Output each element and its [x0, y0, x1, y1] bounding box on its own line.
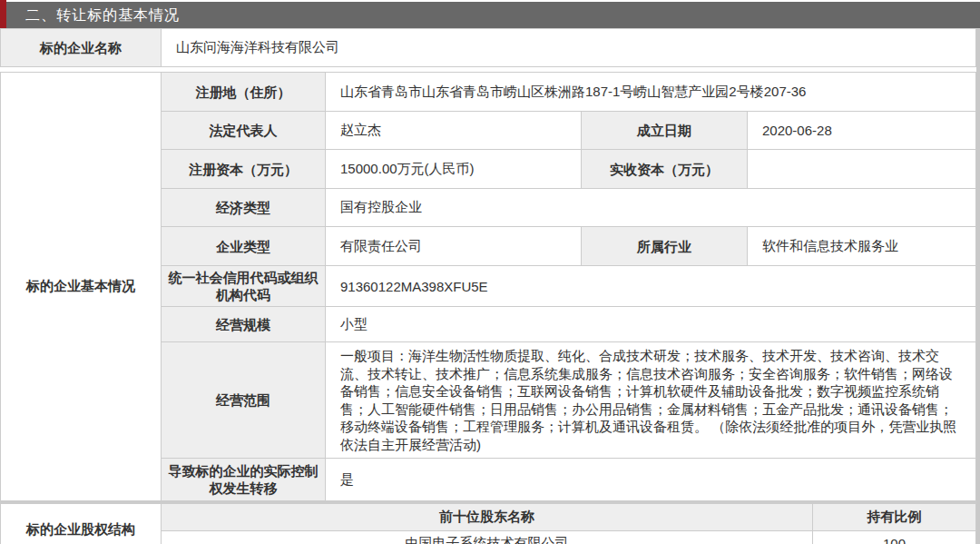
- field-value-credit-code: 91360122MA398XFU5E: [326, 266, 975, 306]
- field-label-business-scope: 经营范围: [162, 342, 326, 458]
- equity-rows: 前十位股东名称 持有比例 中国电子系统技术有限公司 100: [162, 504, 975, 544]
- field-value-paid-capital: [748, 150, 975, 188]
- shareholder-ratio: 100: [813, 531, 975, 544]
- table-row: 企业类型 有限责任公司 所属行业 软件和信息技术服务业: [162, 227, 975, 266]
- field-value-business-scope: 一般项目：海洋生物活性物质提取、纯化、合成技术研发；技术服务、技术开发、技术咨询…: [326, 342, 975, 458]
- table-row: 注册资本（万元） 15000.00万元(人民币) 实收资本（万元）: [162, 150, 975, 189]
- equity-data-row: 中国电子系统技术有限公司 100: [162, 531, 975, 544]
- field-value-industry: 软件和信息技术服务业: [748, 227, 975, 265]
- field-label-enterprise-type: 企业类型: [162, 227, 326, 265]
- field-value-establish-date: 2020-06-28: [748, 112, 975, 149]
- field-value-reg-capital: 15000.00万元(人民币): [326, 150, 582, 188]
- column-header-shareholder: 前十位股东名称: [162, 504, 813, 530]
- field-label-establish-date: 成立日期: [582, 112, 748, 149]
- table-row: 经营范围 一般项目：海洋生物活性物质提取、纯化、合成技术研发；技术服务、技术开发…: [162, 342, 975, 459]
- field-label-economic-type: 经济类型: [162, 189, 326, 226]
- table-row: 经济类型 国有控股企业: [162, 189, 975, 227]
- section-header-accent: [0, 0, 6, 28]
- field-label-reg-capital: 注册资本（万元）: [162, 150, 326, 188]
- field-value-address: 山东省青岛市山东省青岛市崂山区株洲路187-1号崂山智慧产业园2号楼207-36: [326, 73, 975, 111]
- company-name-section: 标的企业名称 山东问海海洋科技有限公司: [0, 28, 976, 67]
- column-header-ratio: 持有比例: [813, 504, 975, 530]
- field-label-address: 注册地（住所）: [162, 73, 326, 111]
- table-row: 经营规模 小型: [162, 307, 975, 342]
- field-value-legal-rep: 赵立杰: [326, 112, 582, 149]
- field-value-enterprise-type: 有限责任公司: [326, 227, 582, 265]
- section-header: 二、转让标的基本情况: [0, 0, 980, 28]
- page-content: 二、转让标的基本情况 标的企业名称 山东问海海洋科技有限公司 标的企业基本情况 …: [0, 0, 976, 544]
- field-label-company-name: 标的企业名称: [1, 29, 162, 66]
- field-label-scale: 经营规模: [162, 307, 326, 341]
- field-value-scale: 小型: [326, 307, 975, 341]
- field-value-economic-type: 国有控股企业: [326, 189, 975, 226]
- table-row: 标的企业名称 山东问海海洋科技有限公司: [1, 29, 975, 66]
- shareholder-name: 中国电子系统技术有限公司: [162, 531, 813, 544]
- basic-info-rows: 注册地（住所） 山东省青岛市山东省青岛市崂山区株洲路187-1号崂山智慧产业园2…: [162, 73, 975, 500]
- field-value-control-transfer: 是: [326, 459, 975, 500]
- equity-header-row: 前十位股东名称 持有比例: [162, 504, 975, 531]
- field-label-legal-rep: 法定代表人: [162, 112, 326, 149]
- basic-info-section: 标的企业基本情况 注册地（住所） 山东省青岛市山东省青岛市崂山区株洲路187-1…: [0, 72, 976, 501]
- table-row: 法定代表人 赵立杰 成立日期 2020-06-28: [162, 112, 975, 150]
- group-label-equity: 标的企业股权结构: [1, 504, 162, 544]
- field-label-control-transfer: 导致标的企业的实际控制权发生转移: [162, 459, 326, 500]
- table-row: 注册地（住所） 山东省青岛市山东省青岛市崂山区株洲路187-1号崂山智慧产业园2…: [162, 73, 975, 112]
- table-row: 导致标的企业的实际控制权发生转移 是: [162, 459, 975, 500]
- field-label-industry: 所属行业: [582, 227, 748, 265]
- field-value-company-name: 山东问海海洋科技有限公司: [162, 29, 975, 66]
- field-label-paid-capital: 实收资本（万元）: [582, 150, 748, 188]
- field-label-credit-code: 统一社会信用代码或组织机构代码: [162, 266, 326, 306]
- section-title: 二、转让标的基本情况: [25, 2, 180, 28]
- equity-section: 标的企业股权结构 前十位股东名称 持有比例 中国电子系统技术有限公司 100: [0, 501, 976, 544]
- group-label-basic-info: 标的企业基本情况: [1, 73, 162, 500]
- table-row: 统一社会信用代码或组织机构代码 91360122MA398XFU5E: [162, 266, 975, 307]
